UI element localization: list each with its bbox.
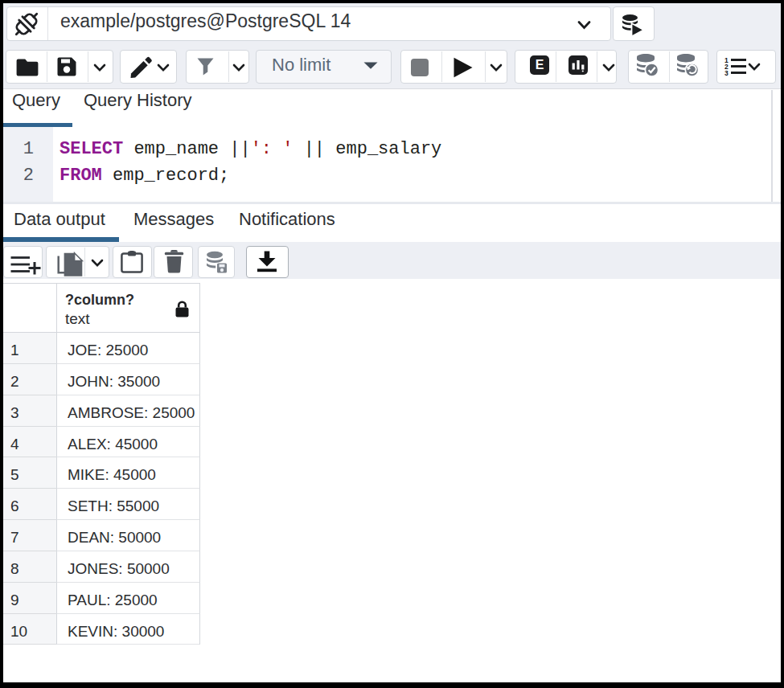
svg-text:3: 3 — [724, 69, 729, 76]
